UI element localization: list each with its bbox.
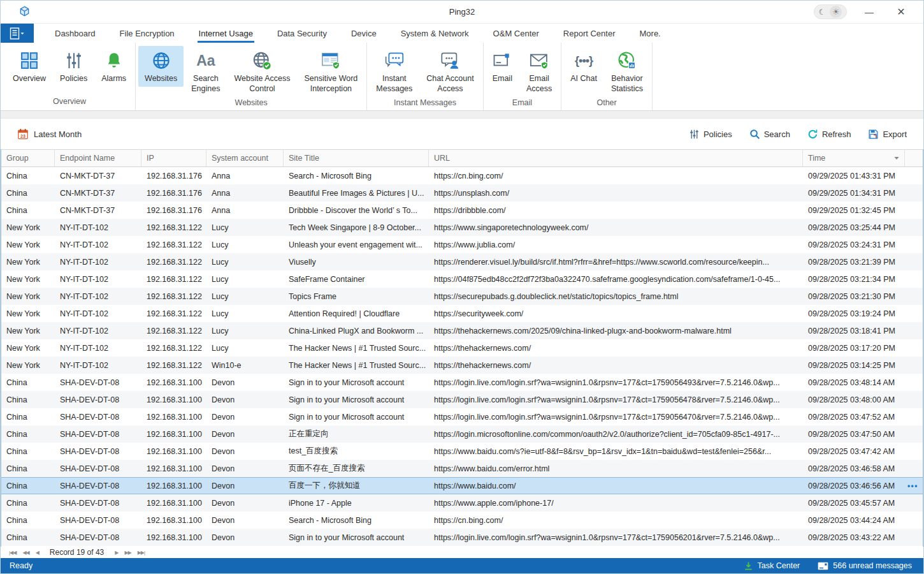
pager-first-button[interactable]: |◀◀ [9, 550, 16, 556]
ribbon-item-email[interactable]: Email [486, 46, 519, 87]
ribbon-item-email-access[interactable]: Email Access [520, 46, 558, 97]
pager-fast-next-button[interactable]: ▶▶ [124, 550, 131, 556]
refresh-button[interactable]: Refresh [807, 129, 851, 140]
time-filter-caret-icon[interactable] [893, 155, 900, 161]
column-header-label: URL [434, 154, 450, 163]
ribbon-item-policies[interactable]: Policies [54, 46, 94, 87]
policies-button[interactable]: Policies [689, 129, 732, 140]
table-row[interactable]: New YorkNY-IT-DT-102192.168.31.122LucyUn… [1, 236, 923, 253]
tab-data-security[interactable]: Data Security [265, 24, 339, 43]
table-row[interactable]: ChinaSHA-DEV-DT-08192.168.31.100DevonSig… [1, 391, 923, 408]
column-header-time[interactable]: Time [803, 150, 905, 166]
cell-system-account: Devon [206, 395, 284, 404]
cell-site-title: Viuselly [284, 258, 429, 267]
ribbon-item-label: Overview [13, 73, 46, 84]
table-row[interactable]: ChinaSHA-DEV-DT-08192.168.31.100DevonSig… [1, 408, 923, 425]
ribbon-item-ai-chat[interactable]: {•••}AI Chat [564, 46, 603, 87]
table-row[interactable]: ChinaSHA-DEV-DT-08192.168.31.100Devontes… [1, 443, 923, 460]
table-row[interactable]: ChinaSHA-DEV-DT-08192.168.31.100DevonSea… [1, 511, 923, 529]
ribbon-item-websites[interactable]: Websites [138, 46, 184, 87]
sun-icon[interactable]: ☀ [830, 6, 842, 18]
table-row[interactable]: New YorkNY-IT-DT-102192.168.31.122LucyTe… [1, 219, 923, 236]
column-header-site-title[interactable]: Site Title [284, 150, 429, 166]
cell-ip: 192.168.31.176 [141, 206, 206, 215]
cell-ip: 192.168.31.122 [141, 361, 206, 370]
table-row[interactable]: New YorkNY-IT-DT-102192.168.31.122LucyAt… [1, 305, 923, 322]
menubar: DashboardFile EncryptionInternet UsageDa… [1, 24, 923, 43]
ribbon-group-label: Instant Messages [369, 97, 480, 112]
pager-fast-prev-button[interactable]: ◀◀ [22, 550, 29, 556]
minimize-button[interactable]: — [860, 7, 879, 17]
table-row[interactable]: New YorkNY-IT-DT-102192.168.31.122LucyTo… [1, 288, 923, 305]
pager-last-button[interactable]: ▶▶| [138, 550, 145, 556]
chat-bubbles-icon [385, 50, 404, 71]
ribbon-item-chat-account-access[interactable]: Chat Account Access [420, 46, 480, 97]
tab-file-encryption[interactable]: File Encryption [108, 24, 187, 43]
task-center-button[interactable]: Task Center [744, 561, 800, 571]
cell-time: 09/28/2025 03:43:22 AM [803, 533, 905, 542]
cell-endpoint-name: CN-MKT-DT-37 [55, 189, 141, 198]
tab-report-center[interactable]: Report Center [551, 24, 628, 43]
table-row[interactable]: ChinaSHA-DEV-DT-08192.168.31.100Devon正在重… [1, 425, 923, 443]
tab-system-network[interactable]: System & Network [389, 24, 481, 43]
table-row[interactable]: ChinaSHA-DEV-DT-08192.168.31.100DevoniPh… [1, 494, 923, 511]
ribbon-item-behavior-statistics[interactable]: Behavior Statistics [605, 46, 649, 97]
tab-o-m-center[interactable]: O&M Center [481, 24, 551, 43]
table-row[interactable]: New YorkNY-IT-DT-102192.168.31.122Win10-… [1, 357, 923, 374]
search-button-label: Search [764, 129, 790, 139]
export-button-label: Export [883, 129, 907, 139]
search-button[interactable]: Search [749, 129, 790, 140]
table-row[interactable]: New YorkNY-IT-DT-102192.168.31.122LucyCh… [1, 322, 923, 339]
ribbon-item-sensitive-word-interception[interactable]: Sensitive Word Interception [298, 46, 364, 97]
app-menu-button[interactable] [1, 24, 34, 43]
ribbon-item-website-access-control[interactable]: Website Access Control [227, 46, 296, 97]
close-button[interactable]: ✕ [892, 6, 911, 18]
table-row[interactable]: ChinaCN-MKT-DT-37192.168.31.176AnnaBeaut… [1, 184, 923, 202]
table-row[interactable]: ChinaSHA-DEV-DT-08192.168.31.100Devon页面不… [1, 460, 923, 477]
unread-messages-button[interactable]: 566 unread messages [818, 561, 912, 570]
table-row[interactable]: ChinaSHA-DEV-DT-08192.168.31.100DevonSig… [1, 529, 923, 546]
cell-ip: 192.168.31.100 [141, 533, 206, 542]
column-header-label: Time [808, 154, 825, 163]
cell-group: China [1, 189, 55, 198]
tab-dashboard[interactable]: Dashboard [43, 24, 108, 43]
row-actions-ellipsis[interactable]: ••• [907, 477, 918, 494]
titlebar: Ping32 ☾ ☀ — ✕ [1, 1, 923, 24]
cell-site-title: iPhone 17 - Apple [284, 499, 429, 508]
pager-prev-button[interactable]: ◀ [36, 550, 39, 556]
date-range-filter[interactable]: 23 Latest Month [17, 128, 82, 140]
column-header-endpoint-name[interactable]: Endpoint Name [55, 150, 141, 166]
ribbon-item-label: Policies [60, 73, 87, 84]
table-row[interactable]: ChinaSHA-DEV-DT-08192.168.31.100Devon百度一… [1, 477, 923, 494]
ribbon-item-instant-messages[interactable]: Instant Messages [370, 46, 419, 97]
ribbon-item-search-engines[interactable]: AaSearch Engines [185, 46, 226, 97]
table-row[interactable]: New YorkNY-IT-DT-102192.168.31.122LucyTh… [1, 339, 923, 357]
pager-next-button[interactable]: ▶ [115, 550, 118, 556]
tab-internet-usage[interactable]: Internet Usage [187, 24, 265, 43]
column-header-group[interactable]: Group [1, 150, 55, 166]
cell-time: 09/28/2025 03:44:24 AM [803, 516, 905, 525]
date-range-label: Latest Month [34, 129, 82, 139]
tab-device[interactable]: Device [339, 24, 389, 43]
ribbon-item-overview[interactable]: Overview [6, 46, 52, 87]
ribbon-item-alarms[interactable]: Alarms [95, 46, 133, 87]
column-header-system-account[interactable]: System account [206, 150, 284, 166]
cell-url: https://login.live.com/login.srf?wa=wsig… [429, 395, 803, 404]
export-button[interactable]: Export [868, 129, 907, 140]
ribbon-item-label: Instant Messages [376, 73, 412, 94]
moon-icon[interactable]: ☾ [819, 8, 826, 16]
titlebar-controls: ☾ ☀ — ✕ [814, 4, 923, 19]
table-row[interactable]: ChinaSHA-DEV-DT-08192.168.31.100DevonSig… [1, 374, 923, 391]
table-row[interactable]: New YorkNY-IT-DT-102192.168.31.122LucySa… [1, 270, 923, 288]
theme-toggle[interactable]: ☾ ☀ [814, 4, 847, 19]
cell-time: 09/28/2025 03:25:44 PM [803, 223, 905, 232]
table-row[interactable]: ChinaCN-MKT-DT-37192.168.31.176AnnaDribb… [1, 202, 923, 219]
column-header-url[interactable]: URL [429, 150, 803, 166]
tab-more[interactable]: More. [628, 24, 673, 43]
cell-system-account: Devon [206, 499, 284, 508]
cell-ip: 192.168.31.100 [141, 378, 206, 387]
column-header-ip[interactable]: IP [141, 150, 206, 166]
table-row[interactable]: ChinaCN-MKT-DT-37192.168.31.176AnnaSearc… [1, 167, 923, 184]
table-row[interactable]: New YorkNY-IT-DT-102192.168.31.122LucyVi… [1, 253, 923, 270]
cell-endpoint-name: NY-IT-DT-102 [55, 240, 141, 249]
